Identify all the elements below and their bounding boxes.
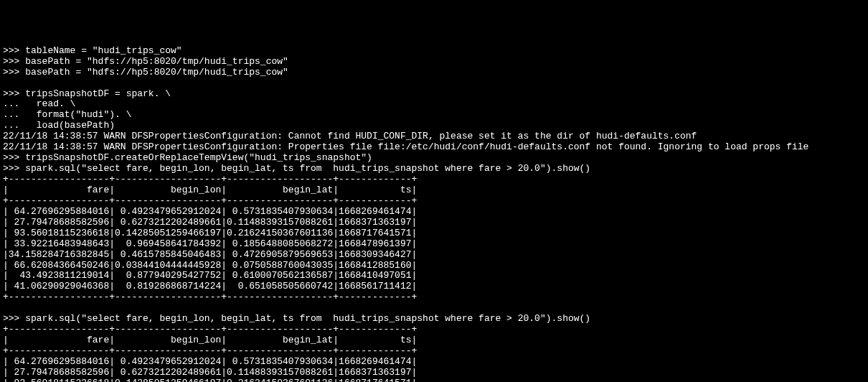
terminal-output[interactable]: >>> tableName = "hudi_trips_cow" >>> bas… — [3, 46, 865, 382]
table-border: +------------------+-------------------+… — [3, 174, 417, 185]
warn-line: 22/11/18 14:38:57 WARN DFSPropertiesConf… — [3, 141, 808, 152]
repl-line: >>> spark.sql("select fare, begin_lon, b… — [3, 313, 590, 324]
table-row: | 93.56018115236618|0.14285051259466197|… — [3, 228, 417, 238]
table-header: | fare| begin_lon| begin_lat| ts| — [3, 335, 417, 345]
table-row: | 27.79478688582596| 0.6273212202489661|… — [3, 217, 417, 228]
table-row: |34.158284716382845| 0.4615785845046483|… — [3, 249, 417, 260]
repl-line: >>> basePath = "hdfs://hp5:8020/tmp/hudi… — [3, 67, 288, 78]
table-border: +------------------+-------------------+… — [3, 324, 417, 335]
repl-continuation-line: ... read. \ — [3, 98, 75, 109]
table-border: +------------------+-------------------+… — [3, 195, 417, 206]
table-border: +------------------+-------------------+… — [3, 345, 417, 356]
table-border: +------------------+-------------------+… — [3, 292, 417, 302]
repl-continuation-line: ... load(basePath) — [3, 120, 115, 131]
warn-line: 22/11/18 14:38:57 WARN DFSPropertiesConf… — [3, 131, 697, 141]
table-row: | 64.27696295884016| 0.4923479652912024|… — [3, 356, 417, 367]
repl-continuation-line: ... format("hudi"). \ — [3, 109, 131, 120]
table-row: | 66.62084366450246|0.03844104444445928|… — [3, 260, 417, 271]
repl-line: >>> tripsSnapshotDF.createOrReplaceTempV… — [3, 152, 372, 163]
table-header: | fare| begin_lon| begin_lat| ts| — [3, 185, 417, 195]
repl-line: >>> tripsSnapshotDF = spark. \ — [3, 88, 171, 99]
table-row: | 93.56018115236618|0.14285051259466197|… — [3, 378, 417, 382]
table-row: | 33.92216483948643| 0.969458641784392| … — [3, 238, 417, 249]
repl-line: >>> basePath = "hdfs://hp5:8020/tmp/hudi… — [3, 56, 288, 67]
table-row: | 64.27696295884016| 0.4923479652912024|… — [3, 206, 417, 217]
table-row: | 43.4923811219014| 0.877940295427752| 0… — [3, 270, 417, 281]
repl-line: >>> tableName = "hudi_trips_cow" — [3, 45, 182, 56]
repl-line: >>> spark.sql("select fare, begin_lon, b… — [3, 163, 590, 174]
table-row: | 41.06290929046368| 0.819286868714224| … — [3, 281, 417, 292]
table-row: | 27.79478688582596| 0.6273212202489661|… — [3, 367, 417, 378]
